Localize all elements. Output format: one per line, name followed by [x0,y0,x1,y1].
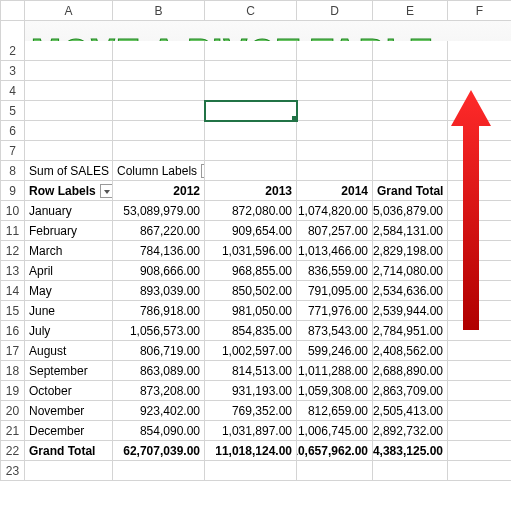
column-header[interactable]: E [373,1,448,21]
pivot-row-label: October [25,381,113,401]
cell[interactable] [297,41,373,61]
cell[interactable] [25,461,113,481]
cell[interactable] [205,461,297,481]
cell[interactable] [205,121,297,141]
cell[interactable] [448,161,511,181]
cell[interactable] [205,41,297,61]
cell[interactable] [448,41,511,61]
pivot-column-labels[interactable]: Column Labels [113,161,205,181]
cell[interactable] [297,121,373,141]
cell[interactable] [25,101,113,121]
cell[interactable] [205,141,297,161]
cell[interactable] [113,141,205,161]
cell[interactable] [448,101,511,121]
row-header[interactable]: 21 [1,421,25,441]
selected-cell[interactable] [205,101,297,121]
cell[interactable] [25,121,113,141]
pivot-value: 55,036,879.00 [373,201,448,221]
cell[interactable] [373,461,448,481]
cell[interactable] [448,121,511,141]
column-header[interactable]: F [448,1,511,21]
row-header[interactable]: 22 [1,441,25,461]
row-header[interactable]: 3 [1,61,25,81]
row-header[interactable]: 12 [1,241,25,261]
cell[interactable] [448,181,511,201]
pivot-row-label: April [25,261,113,281]
cell[interactable] [205,61,297,81]
cell[interactable] [448,301,511,321]
cell[interactable] [448,421,511,441]
cell[interactable] [448,261,511,281]
cell[interactable] [25,141,113,161]
column-header[interactable]: B [113,1,205,21]
row-header[interactable]: 20 [1,401,25,421]
cell[interactable] [448,341,511,361]
row-header[interactable]: 6 [1,121,25,141]
row-header[interactable]: 5 [1,101,25,121]
select-all-corner[interactable] [1,1,25,21]
cell[interactable] [297,161,373,181]
cell[interactable] [448,81,511,101]
cell[interactable] [25,61,113,81]
row-header[interactable]: 11 [1,221,25,241]
cell[interactable] [373,121,448,141]
pivot-value: 931,193.00 [205,381,297,401]
column-header[interactable]: A [25,1,113,21]
pivot-value: 1,056,573.00 [113,321,205,341]
row-header[interactable]: 19 [1,381,25,401]
pivot-row-label: March [25,241,113,261]
cell[interactable] [25,81,113,101]
cell[interactable] [448,361,511,381]
cell[interactable] [448,461,511,481]
pivot-row-label: January [25,201,113,221]
row-header[interactable]: 10 [1,201,25,221]
row-header[interactable]: 13 [1,261,25,281]
row-header[interactable]: 15 [1,301,25,321]
cell[interactable] [205,81,297,101]
cell[interactable] [448,281,511,301]
cell[interactable] [113,61,205,81]
cell[interactable] [297,101,373,121]
cell[interactable] [448,441,511,461]
row-header[interactable]: 17 [1,341,25,361]
cell[interactable] [205,161,297,181]
row-header[interactable]: 18 [1,361,25,381]
cell[interactable] [448,241,511,261]
row-header[interactable]: 16 [1,321,25,341]
cell[interactable] [448,141,511,161]
column-header[interactable]: D [297,1,373,21]
row-header[interactable]: 4 [1,81,25,101]
cell[interactable] [448,401,511,421]
row-header[interactable]: 9 [1,181,25,201]
pivot-year-header: 2012 [113,181,205,201]
row-header[interactable]: 8 [1,161,25,181]
cell[interactable] [448,321,511,341]
cell[interactable] [297,141,373,161]
cell[interactable] [448,61,511,81]
pivot-row-labels[interactable]: Row Labels [25,181,113,201]
cell[interactable] [297,81,373,101]
cell[interactable] [448,201,511,221]
cell[interactable] [373,61,448,81]
row-header[interactable]: 7 [1,141,25,161]
cell[interactable] [113,41,205,61]
cell[interactable] [113,121,205,141]
row-header[interactable]: 23 [1,461,25,481]
cell[interactable] [297,61,373,81]
dropdown-icon[interactable] [100,184,113,198]
cell[interactable] [297,461,373,481]
cell[interactable] [373,41,448,61]
cell[interactable] [113,101,205,121]
cell[interactable] [113,461,205,481]
column-header[interactable]: C [205,1,297,21]
cell[interactable] [448,381,511,401]
cell[interactable] [373,81,448,101]
row-header[interactable]: 2 [1,41,25,61]
cell[interactable] [373,101,448,121]
cell[interactable] [373,161,448,181]
cell[interactable] [113,81,205,101]
cell[interactable] [25,41,113,61]
cell[interactable] [373,141,448,161]
cell[interactable] [448,221,511,241]
row-header[interactable]: 14 [1,281,25,301]
